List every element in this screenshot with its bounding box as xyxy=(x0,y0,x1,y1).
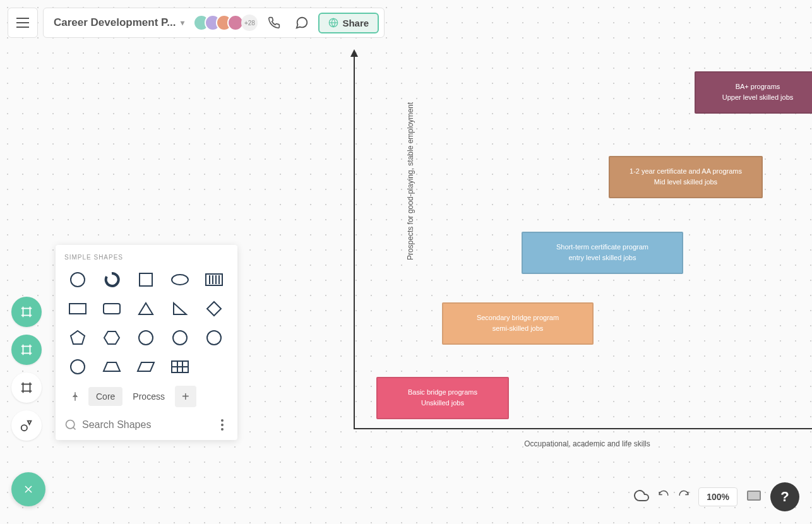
search-icon xyxy=(64,419,77,431)
title-bar: Career Development P... ▾ +28 Share xyxy=(43,8,385,38)
svg-point-27 xyxy=(139,331,153,345)
cloud-sync-icon[interactable] xyxy=(634,488,649,506)
minimap-icon[interactable] xyxy=(746,490,761,504)
left-rail xyxy=(11,297,42,441)
diagram-node-aa[interactable]: 1-2 year certificate and AA programsMid … xyxy=(609,156,763,198)
zoom-level[interactable]: 100% xyxy=(698,487,737,506)
tabs-row: Core Process + xyxy=(64,386,229,407)
globe-icon xyxy=(328,18,338,28)
shape-octagon[interactable] xyxy=(167,326,193,349)
shape-decagon[interactable] xyxy=(64,355,91,378)
svg-rect-18 xyxy=(140,273,152,286)
shape-square[interactable] xyxy=(133,268,159,291)
shape-grid[interactable] xyxy=(167,355,193,378)
shape-parallelogram[interactable] xyxy=(133,355,159,378)
add-tab-button[interactable]: + xyxy=(175,386,196,407)
shapes-grid xyxy=(64,268,229,378)
svg-rect-38 xyxy=(748,492,760,499)
frame-tool-1[interactable] xyxy=(11,297,42,327)
x-axis-label: Occupational, academic and life skills xyxy=(493,439,682,448)
more-options-button[interactable] xyxy=(216,419,229,431)
pin-icon xyxy=(70,391,80,402)
shape-diamond[interactable] xyxy=(201,297,227,320)
shape-ellipse[interactable] xyxy=(167,268,193,291)
redo-button[interactable] xyxy=(678,490,690,504)
x-axis xyxy=(354,428,812,429)
shape-pentagon[interactable] xyxy=(64,326,91,349)
document-title-dropdown[interactable]: Career Development P... ▾ xyxy=(49,16,189,29)
shape-hexagon[interactable] xyxy=(99,326,125,349)
svg-point-14 xyxy=(21,425,27,431)
frame-tool-3[interactable] xyxy=(11,372,42,403)
bottom-controls: 100% ? xyxy=(634,482,799,511)
y-axis xyxy=(354,51,355,429)
svg-point-30 xyxy=(71,360,85,374)
avatar-count[interactable]: +28 xyxy=(241,15,258,31)
shape-right-triangle[interactable] xyxy=(167,297,193,320)
search-row xyxy=(64,415,229,431)
svg-point-19 xyxy=(172,275,188,285)
shape-rect[interactable] xyxy=(64,297,91,320)
svg-point-28 xyxy=(173,331,187,345)
close-panel-button[interactable] xyxy=(11,472,45,506)
y-axis-label: Prospects for good-playing, stable emplo… xyxy=(406,80,415,282)
diagram-node-ba[interactable]: BA+ programsUpper level skilled jobs xyxy=(695,71,812,114)
svg-rect-20 xyxy=(206,274,222,285)
close-icon xyxy=(22,483,35,496)
svg-point-35 xyxy=(66,420,75,429)
search-shapes-input[interactable] xyxy=(82,419,211,431)
comment-icon[interactable] xyxy=(290,11,313,34)
diagram-node-basic[interactable]: Basic bridge programsUnskilled jobs xyxy=(376,377,509,419)
menu-button[interactable] xyxy=(8,8,38,38)
chevron-down-icon: ▾ xyxy=(181,18,184,27)
tab-process[interactable]: Process xyxy=(125,387,172,406)
shape-triangle[interactable] xyxy=(133,297,159,320)
shape-trapezoid[interactable] xyxy=(99,355,125,378)
collaborator-avatars[interactable]: +28 xyxy=(194,15,258,31)
pin-button[interactable] xyxy=(64,386,86,407)
canvas[interactable]: Prospects for good-playing, stable emplo… xyxy=(316,51,812,486)
svg-point-17 xyxy=(71,273,85,287)
diagram-node-secondary[interactable]: Secondary bridge programsemi-skilled job… xyxy=(442,302,594,345)
undo-button[interactable] xyxy=(658,490,669,504)
shape-nonagon[interactable] xyxy=(201,326,227,349)
help-button[interactable]: ? xyxy=(770,482,799,511)
phone-icon[interactable] xyxy=(263,11,285,34)
shapes-panel: SIMPLE SHAPES Core Process + xyxy=(56,245,237,440)
svg-rect-26 xyxy=(104,304,120,314)
panel-title: SIMPLE SHAPES xyxy=(64,254,229,261)
shape-barcode[interactable] xyxy=(201,268,227,291)
diagram-node-short[interactable]: Short-term certificate programentry leve… xyxy=(522,232,683,274)
tab-core[interactable]: Core xyxy=(88,387,122,406)
shape-arc[interactable] xyxy=(99,268,125,291)
topbar: Career Development P... ▾ +28 Share xyxy=(8,8,385,38)
document-title: Career Development P... xyxy=(54,16,176,29)
shapes-tool[interactable] xyxy=(11,410,42,441)
share-button[interactable]: Share xyxy=(318,13,379,33)
shape-heptagon[interactable] xyxy=(133,326,159,349)
svg-line-36 xyxy=(73,427,76,430)
shape-circle[interactable] xyxy=(64,268,91,291)
svg-point-29 xyxy=(207,331,221,345)
svg-rect-25 xyxy=(69,304,86,314)
shape-round-rect[interactable] xyxy=(99,297,125,320)
share-label: Share xyxy=(342,18,369,28)
frame-tool-2[interactable] xyxy=(11,335,42,365)
